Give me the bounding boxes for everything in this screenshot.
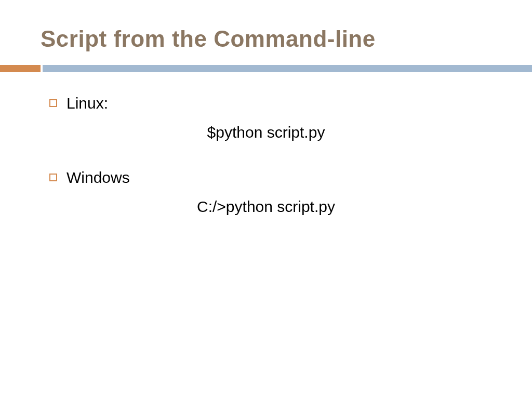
command-text: $python script.py [49,124,483,141]
title-divider [0,65,532,72]
list-item: Windows [49,167,483,188]
bullet-square-icon [49,99,57,107]
list-item: Linux: [49,93,483,113]
command-text: C:/>python script.py [49,198,483,216]
divider-accent-orange [0,65,41,72]
slide-title: Script from the Command-line [0,26,532,65]
presentation-slide: Script from the Command-line Linux: $pyt… [0,0,532,399]
bullet-label: Windows [66,167,130,188]
slide-content: Linux: $python script.py Windows C:/>pyt… [0,72,532,216]
bullet-label: Linux: [66,93,108,113]
divider-accent-blue [43,65,532,72]
bullet-square-icon [49,174,57,181]
